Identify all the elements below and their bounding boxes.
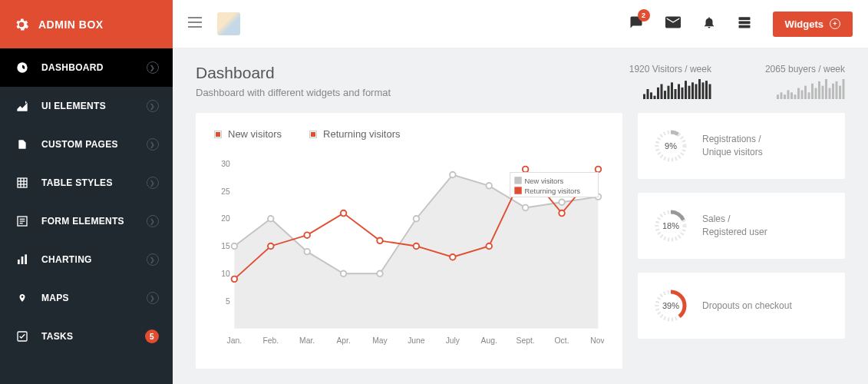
svg-point-96 [523, 167, 529, 173]
svg-point-95 [486, 243, 492, 250]
sidebar-item-maps[interactable]: MAPS❯ [0, 279, 173, 317]
nav-label: CUSTOM PAGES [41, 139, 118, 150]
chevron-icon: ❯ [147, 215, 159, 227]
svg-rect-55 [829, 88, 831, 99]
svg-rect-30 [678, 84, 680, 100]
sidebar-item-table-styles[interactable]: TABLE STYLES❯ [0, 164, 173, 202]
brand-bar: ADMIN BOX [0, 0, 173, 48]
chevron-icon: ❯ [147, 61, 159, 74]
svg-rect-100 [514, 177, 521, 184]
svg-rect-44 [790, 92, 793, 99]
servers-icon[interactable] [738, 15, 751, 32]
progress-ring: 18% [653, 208, 688, 243]
stat-visitors: 1920 Visitors / week [629, 64, 711, 99]
svg-point-92 [377, 238, 383, 244]
chart-legend: New visitorsReturning visitors [214, 128, 604, 140]
svg-rect-54 [825, 79, 827, 99]
envelope-icon[interactable] [665, 16, 681, 31]
svg-rect-42 [784, 94, 786, 99]
chat-icon[interactable]: 2 [629, 15, 644, 32]
svg-text:Returning visitors: Returning visitors [525, 187, 581, 195]
svg-rect-50 [811, 84, 814, 99]
nav-icon [14, 215, 31, 227]
svg-rect-20 [643, 94, 645, 100]
kpi-label: Registrations /Unique visitors [702, 133, 763, 159]
svg-point-88 [232, 276, 238, 283]
svg-point-98 [596, 167, 602, 173]
app-root: ADMIN BOX DASHBOARD❯UI ELEMENTS❯CUSTOM P… [0, 0, 868, 384]
content-row: New visitorsReturning visitors 510152025… [173, 113, 868, 384]
sidebar-item-form-elements[interactable]: FORM ELEMENTS❯ [0, 202, 173, 240]
svg-text:30: 30 [221, 160, 230, 168]
legend-item: New visitors [214, 128, 282, 140]
svg-point-78 [268, 216, 274, 222]
nav-icon [14, 253, 31, 266]
svg-rect-53 [822, 86, 824, 99]
svg-rect-32 [685, 81, 687, 99]
svg-text:Jan.: Jan. [227, 336, 243, 345]
widgets-button[interactable]: Widgets + [773, 12, 853, 37]
svg-rect-27 [667, 86, 669, 99]
topbar: 2 Widgets + [173, 0, 868, 48]
nav-label: MAPS [41, 293, 69, 303]
svg-rect-56 [832, 84, 834, 99]
nav-icon [14, 292, 31, 304]
svg-rect-102 [514, 187, 521, 194]
svg-rect-57 [836, 81, 838, 99]
task-count-badge: 5 [145, 329, 159, 343]
chevron-icon: ❯ [147, 138, 159, 151]
svg-rect-35 [695, 84, 697, 100]
sidebar-item-ui-elements[interactable]: UI ELEMENTS❯ [0, 87, 173, 125]
svg-rect-49 [808, 92, 810, 99]
avatar[interactable] [217, 12, 240, 35]
svg-text:25: 25 [221, 187, 230, 196]
svg-text:20: 20 [221, 214, 230, 223]
svg-point-80 [341, 270, 347, 276]
legend-item: Returning visitors [309, 128, 400, 140]
hamburger-icon[interactable] [188, 17, 202, 31]
svg-rect-25 [660, 84, 662, 100]
svg-rect-40 [777, 94, 779, 99]
svg-rect-33 [688, 86, 690, 99]
svg-rect-23 [653, 96, 655, 99]
svg-rect-24 [657, 88, 659, 99]
page-title: Dashboard [196, 64, 391, 82]
svg-point-91 [341, 210, 347, 217]
svg-rect-37 [701, 82, 704, 99]
nav-label: TASKS [41, 331, 73, 342]
progress-ring: 39% [653, 288, 688, 323]
plus-icon: + [830, 18, 840, 29]
svg-point-90 [304, 232, 310, 238]
chevron-icon: ❯ [147, 292, 159, 304]
kpi-card: 18%Sales /Registered user [638, 193, 845, 259]
svg-rect-48 [804, 86, 807, 99]
svg-rect-22 [650, 92, 652, 99]
spark-chart-1 [642, 79, 711, 99]
svg-text:Apr.: Apr. [336, 336, 350, 345]
sidebar-item-tasks[interactable]: TASKS5 [0, 317, 173, 356]
svg-rect-59 [843, 79, 845, 99]
chevron-icon: ❯ [147, 100, 159, 112]
legend-swatch [309, 131, 317, 138]
sidebar-item-dashboard[interactable]: DASHBOARD❯ [0, 48, 173, 87]
nav-icon [14, 330, 31, 343]
sidebar-item-custom-pages[interactable]: CUSTOM PAGES❯ [0, 125, 173, 164]
svg-text:Nov.: Nov. [590, 336, 604, 345]
kpi-percent: 39% [653, 288, 688, 323]
sidebar-item-charting[interactable]: CHARTING❯ [0, 240, 173, 279]
svg-point-81 [377, 270, 383, 276]
svg-rect-31 [681, 88, 683, 99]
svg-rect-19 [738, 25, 750, 28]
kpi-percent: 18% [653, 208, 688, 243]
svg-point-86 [559, 200, 565, 206]
bell-icon[interactable] [702, 15, 716, 33]
svg-point-82 [414, 216, 420, 222]
chart-card: New visitorsReturning visitors 510152025… [196, 113, 622, 369]
spark-chart-2 [776, 79, 845, 99]
svg-rect-41 [781, 92, 783, 99]
chevron-icon: ❯ [147, 177, 159, 189]
svg-rect-12 [25, 254, 27, 264]
main-area: 2 Widgets + Dashboard Dashboard with dif… [173, 0, 868, 384]
legend-label: New visitors [228, 128, 282, 140]
svg-rect-45 [794, 94, 797, 99]
